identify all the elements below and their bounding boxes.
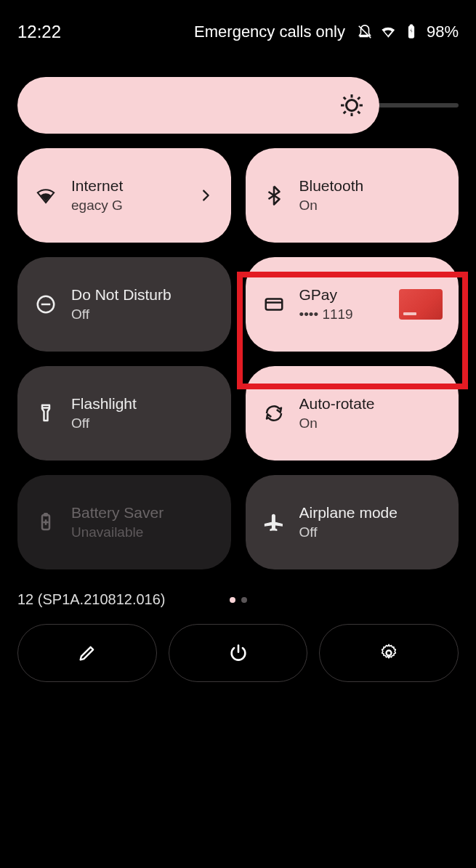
status-right: Emergency calls only 98% [194,23,459,41]
power-button[interactable] [169,624,308,682]
flashlight-icon [33,401,58,426]
tile-subtitle: Unavailable [71,524,215,540]
battery-percent: 98% [427,23,459,41]
wifi-icon [380,24,396,40]
tile-subtitle: •••• 1119 [299,307,387,323]
tile-title: Do Not Disturb [71,286,215,304]
edit-button[interactable] [17,624,157,682]
svg-rect-4 [265,299,282,310]
brightness-slider[interactable] [0,52,476,139]
battery-saver-icon [33,510,58,535]
svg-point-7 [387,651,392,656]
chevron-right-icon [198,187,214,203]
tile-auto-rotate[interactable]: Auto-rotate On [246,366,459,461]
tile-title: Flashlight [71,395,215,413]
status-bar: 12:22 Emergency calls only 98% [0,0,476,52]
tile-subtitle: Off [71,415,215,431]
payment-card-image [399,289,443,320]
tile-battery-saver[interactable]: Battery Saver Unavailable [17,475,231,569]
brightness-icon [339,92,365,118]
quick-settings-tiles: Internet egacy G Bluetooth On Do Not Dis… [0,139,476,569]
status-emergency: Emergency calls only [194,23,345,41]
wifi-icon [33,183,58,208]
bluetooth-icon [262,183,286,208]
tile-subtitle: Off [299,524,443,540]
tile-do-not-disturb[interactable]: Do Not Disturb Off [17,257,231,352]
auto-rotate-icon [262,401,286,426]
tile-title: GPay [299,286,387,304]
svg-rect-6 [44,514,48,516]
dnd-icon [33,292,58,317]
page-indicator [230,597,247,603]
tile-airplane-mode[interactable]: Airplane mode Off [246,475,459,569]
dnd-off-bell-icon [357,24,373,40]
tile-title: Internet [71,177,215,195]
tile-gpay[interactable]: GPay •••• 1119 [246,257,459,352]
tile-title: Bluetooth [299,177,443,195]
svg-point-2 [346,100,357,111]
tile-title: Auto-rotate [299,395,443,413]
card-icon [262,292,286,317]
tile-bluetooth[interactable]: Bluetooth On [246,148,459,243]
tile-subtitle: egacy G [71,198,215,214]
svg-rect-1 [410,25,413,27]
build-version: 12 (SP1A.210812.016) [17,591,166,608]
page-dot-inactive [241,597,247,603]
page-dot-active [230,597,235,603]
tile-subtitle: On [299,198,443,214]
airplane-icon [262,510,286,535]
tile-title: Battery Saver [71,504,215,522]
build-row: 12 (SP1A.210812.016) [0,569,476,614]
settings-button[interactable] [319,624,459,682]
tile-subtitle: On [299,415,443,431]
tile-subtitle: Off [71,307,215,323]
tile-internet[interactable]: Internet egacy G [17,148,231,243]
tile-title: Airplane mode [299,504,443,522]
footer-actions [0,614,476,682]
tile-flashlight[interactable]: Flashlight Off [17,366,231,461]
status-time: 12:22 [17,22,61,42]
battery-charging-icon [403,24,419,40]
